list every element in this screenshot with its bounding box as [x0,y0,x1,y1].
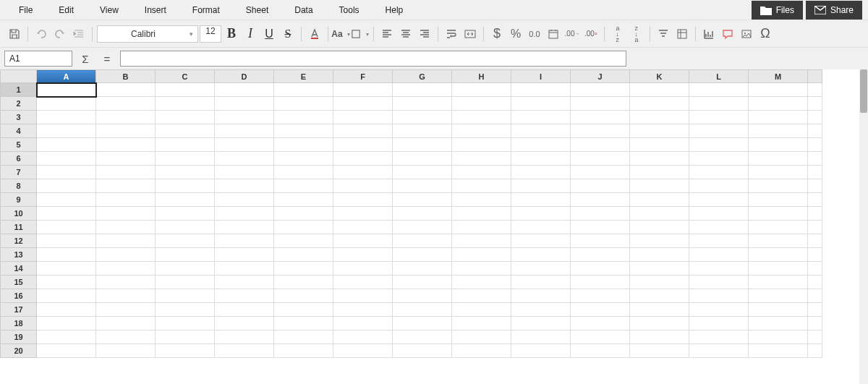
cell-B11[interactable] [96,221,156,234]
cell-partial-11[interactable] [808,221,822,234]
cell-F20[interactable] [333,344,393,358]
cell-L6[interactable] [689,152,749,166]
cell-I18[interactable] [511,317,571,330]
row-header-1[interactable]: 1 [1,83,37,97]
cell-B15[interactable] [96,276,156,289]
cell-partial-5[interactable] [808,138,822,152]
row-header-16[interactable]: 16 [1,289,37,303]
cell-I13[interactable] [511,248,571,262]
cell-J10[interactable] [571,207,630,221]
cell-J15[interactable] [571,276,630,289]
cell-C6[interactable] [156,152,215,166]
sort-asc-button[interactable]: a↓z [609,25,626,43]
cell-K3[interactable] [630,111,689,124]
redo-button[interactable] [51,25,69,43]
cell-F16[interactable] [333,289,393,303]
cell-I19[interactable] [511,330,571,344]
cell-G9[interactable] [393,193,452,207]
cell-B1[interactable] [96,83,156,97]
cell-partial-13[interactable] [808,248,822,262]
cell-K8[interactable] [630,179,689,193]
undo-button[interactable] [33,25,50,43]
cell-F1[interactable] [333,83,393,97]
cell-I8[interactable] [511,179,571,193]
cell-I5[interactable] [511,138,571,152]
cell-L5[interactable] [689,138,749,152]
cell-J2[interactable] [571,97,630,111]
cell-L15[interactable] [689,276,749,289]
cell-G17[interactable] [393,303,452,317]
cell-M11[interactable] [749,221,808,234]
cell-M16[interactable] [749,289,808,303]
align-left-button[interactable] [378,25,396,43]
cell-M4[interactable] [749,124,808,138]
cell-H18[interactable] [452,317,511,330]
align-right-button[interactable] [416,25,433,43]
cell-E6[interactable] [274,152,333,166]
cell-D4[interactable] [215,124,274,138]
cell-B3[interactable] [96,111,156,124]
cell-E1[interactable] [274,83,333,97]
cell-J9[interactable] [571,193,630,207]
cell-B5[interactable] [96,138,156,152]
cell-F12[interactable] [333,234,393,248]
cell-B6[interactable] [96,152,156,166]
cell-partial-18[interactable] [808,317,822,330]
cell-G3[interactable] [393,111,452,124]
column-header-J[interactable]: J [571,70,630,83]
cell-I11[interactable] [511,221,571,234]
menu-file[interactable]: File [6,2,46,18]
menu-format[interactable]: Format [179,2,233,18]
formula-input[interactable] [120,51,626,67]
cell-F19[interactable] [333,330,393,344]
cell-E15[interactable] [274,276,333,289]
cell-E5[interactable] [274,138,333,152]
cell-D14[interactable] [215,262,274,276]
cell-partial-4[interactable] [808,124,822,138]
cell-I17[interactable] [511,303,571,317]
cell-J17[interactable] [571,303,630,317]
cell-F3[interactable] [333,111,393,124]
cell-M18[interactable] [749,317,808,330]
cell-K11[interactable] [630,221,689,234]
cell-A16[interactable] [37,289,96,303]
cell-A5[interactable] [37,138,96,152]
column-header-C[interactable]: C [156,70,215,83]
cell-H14[interactable] [452,262,511,276]
cell-D6[interactable] [215,152,274,166]
row-header-17[interactable]: 17 [1,303,37,317]
cell-reference-input[interactable]: A1 [4,51,72,67]
percent-button[interactable]: % [507,25,524,43]
cell-J20[interactable] [571,344,630,358]
cell-H1[interactable] [452,83,511,97]
vertical-scrollbar[interactable] [859,69,868,384]
cell-L13[interactable] [689,248,749,262]
cell-L12[interactable] [689,234,749,248]
cell-D2[interactable] [215,97,274,111]
cell-C3[interactable] [156,111,215,124]
row-header-14[interactable]: 14 [1,262,37,276]
cell-F7[interactable] [333,166,393,179]
cell-E3[interactable] [274,111,333,124]
cell-D8[interactable] [215,179,274,193]
cell-G1[interactable] [393,83,452,97]
cell-A1[interactable] [37,83,96,97]
cell-F6[interactable] [333,152,393,166]
cell-L1[interactable] [689,83,749,97]
autofilter-button[interactable] [673,25,691,43]
special-char-button[interactable]: Ω [757,25,774,43]
cell-G16[interactable] [393,289,452,303]
cell-partial-14[interactable] [808,262,822,276]
cell-B7[interactable] [96,166,156,179]
cell-partial-17[interactable] [808,303,822,317]
cell-D18[interactable] [215,317,274,330]
cell-K19[interactable] [630,330,689,344]
cell-E14[interactable] [274,262,333,276]
cell-D16[interactable] [215,289,274,303]
cell-G13[interactable] [393,248,452,262]
cell-partial-2[interactable] [808,97,822,111]
files-button[interactable]: Files [752,1,803,20]
menu-view[interactable]: View [87,2,132,18]
cell-I12[interactable] [511,234,571,248]
cell-L14[interactable] [689,262,749,276]
